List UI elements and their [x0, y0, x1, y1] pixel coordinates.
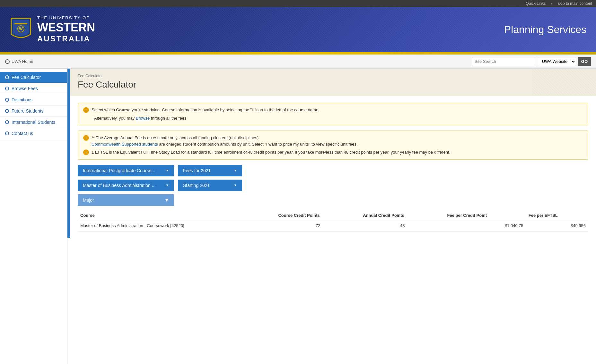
- starting-year-label: Starting 2021: [183, 183, 210, 188]
- alert-row-2: Alternatively, you may Browse through al…: [83, 115, 583, 122]
- alert-text-2b: 1 EFTSL is the Equivalent Full Time Stud…: [92, 149, 450, 156]
- chevron-down-icon-1: ▼: [166, 169, 169, 172]
- dropdown-row-3: Major ▼: [78, 194, 588, 206]
- top-bar: Quick Links ▸ skip to main content: [0, 0, 596, 7]
- sidebar-item-definitions[interactable]: Definitions: [0, 94, 67, 106]
- sidebar-label-future-students: Future Students: [12, 108, 44, 114]
- col-fee-per-eftsl: Fee per EFTSL: [526, 211, 588, 220]
- content-with-accent: Fee Calculator Fee Calculator i Select w…: [67, 69, 596, 238]
- search-go-button[interactable]: GO: [578, 57, 591, 66]
- cell-fee-per-credit-point: $1,040.75: [445, 220, 526, 231]
- dropdown-row-1: International Postgraduate Course... ▼ F…: [78, 165, 588, 176]
- sidebar-circle-icon-international-students: [5, 120, 9, 124]
- info-icon-1: i: [83, 107, 89, 113]
- course-type-label: International Postgraduate Course...: [83, 168, 155, 173]
- fees-year-label: Fees for 2021: [183, 168, 211, 173]
- search-area: UWA Website GO: [472, 57, 591, 66]
- nav-bar: UWA Home UWA Website GO: [0, 55, 596, 69]
- course-name-dropdown[interactable]: Master of Business Administration ... ▼: [78, 180, 174, 191]
- skip-link[interactable]: skip to main content: [558, 1, 592, 6]
- header: W THE UNIVERSITY OF WESTERN AUSTRALIA Pl…: [0, 7, 596, 52]
- browse-link[interactable]: Browse: [136, 116, 150, 121]
- content-area: Fee Calculator Fee Calculator i Select w…: [67, 69, 596, 364]
- home-circle-icon: [5, 59, 10, 64]
- alert-text-1b: Alternatively, you may Browse through al…: [94, 115, 186, 122]
- dropdown-row-2: Master of Business Administration ... ▼ …: [78, 180, 588, 191]
- sidebar-label-fee-calculator: Fee Calculator: [12, 75, 41, 80]
- svg-rect-0: [14, 23, 27, 24]
- cell-credit-points: 72: [276, 220, 360, 231]
- sidebar-item-future-students[interactable]: Future Students: [0, 106, 67, 117]
- content-inner: i Select which Course you're studying. C…: [70, 96, 596, 238]
- info-icon-3: i: [83, 149, 89, 155]
- alert-box-1: i Select which Course you're studying. C…: [78, 103, 588, 125]
- home-label: UWA Home: [12, 59, 33, 64]
- separator: ▸: [551, 1, 553, 6]
- alert-row-4: i 1 EFTSL is the Equivalent Full Time St…: [83, 149, 583, 156]
- sidebar-item-international-students[interactable]: International Students: [0, 117, 67, 128]
- table-row: Master of Business Administration - Cour…: [78, 220, 588, 231]
- sidebar-label-contact-us: Contact us: [12, 131, 33, 136]
- sidebar-item-fee-calculator[interactable]: Fee Calculator: [0, 72, 67, 83]
- chevron-down-icon-4: ▼: [234, 183, 237, 187]
- cell-fee-per-eftsl: $49,956: [526, 220, 588, 231]
- alert-row-1: i Select which Course you're studying. C…: [83, 107, 583, 113]
- chevron-down-icon-3: ▼: [166, 183, 169, 187]
- chevron-down-icon-5: ▼: [164, 198, 169, 203]
- svg-text:W: W: [19, 27, 23, 31]
- col-fee-per-credit-point: Fee per Credit Point: [445, 211, 526, 220]
- gold-bar: [0, 52, 596, 55]
- page-title: Fee Calculator: [78, 80, 588, 90]
- logo-area: W THE UNIVERSITY OF WESTERN AUSTRALIA: [10, 15, 95, 44]
- sidebar-item-contact-us[interactable]: Contact us: [0, 128, 67, 139]
- info-icon-2: i: [83, 135, 89, 141]
- starting-year-dropdown[interactable]: Starting 2021 ▼: [178, 180, 242, 191]
- sidebar-label-international-students: International Students: [12, 120, 55, 125]
- logo-australia: AUSTRALIA: [37, 34, 95, 44]
- col-credit-points: Course Credit Points: [276, 211, 360, 220]
- logo-western: WESTERN: [37, 21, 95, 34]
- sidebar-circle-icon-definitions: [5, 98, 9, 102]
- university-logo: W: [10, 17, 32, 42]
- commonwealth-link[interactable]: Commonwealth Supported students: [92, 142, 158, 147]
- logo-text: THE UNIVERSITY OF WESTERN AUSTRALIA: [37, 15, 95, 44]
- cell-course: Master of Business Administration - Cour…: [78, 220, 276, 231]
- chevron-down-icon-2: ▼: [234, 169, 237, 172]
- blue-accent-bar: [67, 69, 70, 238]
- sidebar-label-browse-fees: Browse Fees: [12, 86, 38, 91]
- cell-annual-credit-points: 48: [360, 220, 444, 231]
- page-header: Fee Calculator Fee Calculator: [70, 69, 596, 96]
- main-layout: Fee Calculator Browse Fees Definitions F…: [0, 69, 596, 364]
- home-link[interactable]: UWA Home: [5, 59, 33, 64]
- sidebar-circle-icon-future-students: [5, 109, 9, 113]
- fees-year-dropdown[interactable]: Fees for 2021 ▼: [178, 165, 242, 176]
- search-scope-select[interactable]: UWA Website: [538, 57, 576, 66]
- sidebar: Fee Calculator Browse Fees Definitions F…: [0, 69, 67, 364]
- logo-the: THE UNIVERSITY OF: [37, 15, 95, 21]
- sidebar-circle-icon-contact-us: [5, 131, 9, 135]
- sidebar-circle-icon-browse-fees: [5, 87, 9, 90]
- sidebar-label-definitions: Definitions: [12, 97, 32, 102]
- alert-text-2a: ** The Average Annual Fee is an estimate…: [92, 135, 358, 147]
- search-input[interactable]: [472, 57, 536, 66]
- breadcrumb: Fee Calculator: [78, 74, 588, 78]
- sidebar-item-browse-fees[interactable]: Browse Fees: [0, 83, 67, 94]
- col-course: Course: [78, 211, 276, 220]
- alert-row-3: i ** The Average Annual Fee is an estima…: [83, 135, 583, 147]
- major-label: Major: [83, 198, 94, 203]
- col-annual-credit-points: Annual Credit Points: [360, 211, 444, 220]
- course-type-dropdown[interactable]: International Postgraduate Course... ▼: [78, 165, 174, 176]
- sidebar-circle-icon-fee-calculator: [5, 75, 9, 79]
- alert-text-1: Select which Course you're studying. Cou…: [92, 107, 320, 113]
- fee-table: Course Course Credit Points Annual Credi…: [78, 211, 588, 232]
- planning-services-title: Planning Services: [504, 24, 586, 36]
- alert-box-2: i ** The Average Annual Fee is an estima…: [78, 131, 588, 160]
- quick-links[interactable]: Quick Links: [526, 1, 546, 6]
- major-dropdown[interactable]: Major ▼: [78, 194, 174, 206]
- course-name-label: Master of Business Administration ...: [83, 183, 155, 188]
